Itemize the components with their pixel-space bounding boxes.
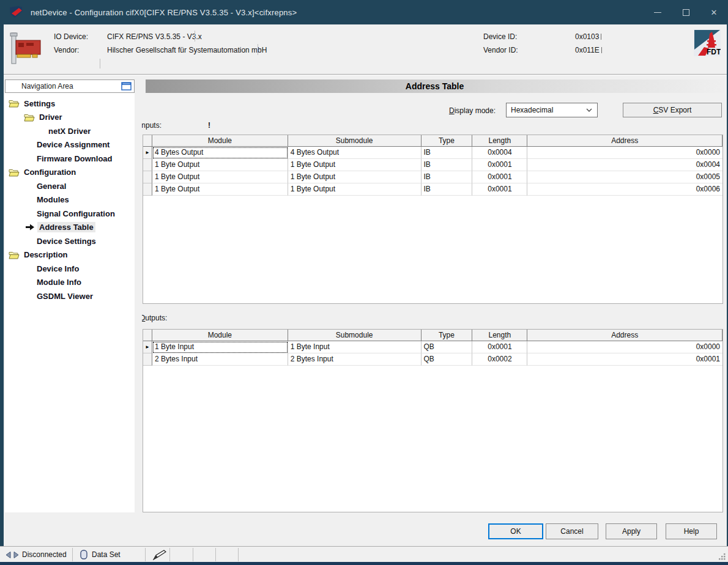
cell-type[interactable]: QB	[422, 341, 473, 353]
display-mode-select[interactable]: Hexadecimal	[506, 103, 598, 117]
nav-item-netx-driver[interactable]: netX Driver	[5, 124, 135, 138]
column-header-address[interactable]: Address	[527, 330, 722, 341]
nav-item-signal-configuration[interactable]: Signal Configuration	[5, 207, 135, 221]
current-page-arrow-icon	[25, 224, 35, 231]
cell-length[interactable]: 0x0001	[472, 171, 527, 183]
apply-button[interactable]: Apply	[606, 523, 657, 539]
nav-item-device-assignment[interactable]: Device Assignment	[5, 138, 135, 152]
nav-item-general[interactable]: General	[5, 179, 135, 193]
current-row-marker-icon: ►	[145, 341, 150, 353]
clipped-text-mark	[601, 47, 603, 53]
navigation-header-label: Navigation Area	[21, 82, 121, 90]
status-bar: Disconnected Data Set	[0, 546, 728, 562]
table-row[interactable]: 2 Bytes Input 2 Bytes Input QB 0x0002 0x…	[143, 353, 722, 366]
close-button[interactable]: ✕	[700, 0, 728, 24]
resize-grip[interactable]	[719, 553, 726, 560]
nav-item-address-table-selected[interactable]: Address Table	[5, 221, 135, 235]
cell-address[interactable]: 0x0004	[527, 159, 722, 171]
device-id-value: 0x0103	[575, 32, 602, 41]
column-header-address[interactable]: Address	[527, 135, 722, 147]
column-header-module[interactable]: Module	[152, 135, 288, 147]
column-header-submodule[interactable]: Submodule	[288, 330, 422, 341]
cell-submodule[interactable]: 2 Bytes Input	[288, 353, 422, 366]
column-header-type[interactable]: Type	[422, 135, 473, 147]
folder-icon	[24, 113, 35, 122]
cell-submodule[interactable]: 1 Byte Output	[288, 183, 422, 196]
cell-module[interactable]: 1 Byte Output	[152, 171, 288, 183]
cell-type[interactable]: IB	[422, 159, 473, 171]
nav-item-settings[interactable]: Settings	[5, 97, 135, 111]
cancel-button[interactable]: Cancel	[546, 523, 598, 539]
table-row[interactable]: 1 Byte Output 1 Byte Output IB 0x0001 0x…	[143, 171, 722, 183]
device-id-label: Device ID:	[483, 32, 517, 41]
table-row[interactable]: 1 Byte Output 1 Byte Output IB 0x0001 0x…	[143, 183, 722, 196]
field-separator	[100, 59, 100, 68]
cell-address[interactable]: 0x0001	[527, 353, 722, 366]
nav-item-configuration[interactable]: Configuration	[5, 166, 135, 180]
connection-icon	[6, 551, 18, 559]
cell-module[interactable]: 2 Bytes Input	[152, 353, 288, 366]
table-row[interactable]: ► 1 Byte Input 1 Byte Input QB 0x0001 0x…	[143, 341, 722, 353]
app-logo-icon	[9, 6, 24, 19]
navigation-header: Navigation Area	[5, 79, 135, 93]
cell-submodule[interactable]: 1 Byte Output	[288, 159, 422, 171]
nav-item-driver[interactable]: Driver	[5, 111, 135, 125]
svg-text:FDT: FDT	[707, 48, 721, 56]
cell-type[interactable]: QB	[422, 353, 473, 366]
table-row[interactable]: 1 Byte Output 1 Byte Output IB 0x0001 0x…	[143, 159, 722, 171]
page-title: Address Table	[146, 79, 724, 93]
nav-item-module-info[interactable]: Module Info	[5, 276, 135, 290]
cell-module[interactable]: 1 Byte Output	[152, 183, 288, 196]
column-header-length[interactable]: Length	[472, 135, 527, 147]
cell-length[interactable]: 0x0001	[472, 159, 527, 171]
cell-submodule[interactable]: 4 Bytes Output	[288, 147, 422, 159]
row-marker-cell	[143, 159, 152, 171]
pin-panel-icon[interactable]	[121, 82, 132, 90]
stray-exclamation-mark: !	[208, 121, 210, 130]
row-marker-cell: ►	[143, 341, 152, 353]
window-controls: ✕	[644, 0, 728, 24]
cell-length[interactable]: 0x0001	[472, 341, 527, 353]
cell-module[interactable]: 4 Bytes Output	[152, 147, 288, 159]
nav-item-modules[interactable]: Modules	[5, 193, 135, 207]
minimize-button[interactable]	[644, 0, 672, 24]
csv-export-button[interactable]: CSV Export	[623, 103, 722, 117]
nav-item-device-info[interactable]: Device Info	[5, 262, 135, 276]
row-marker-header	[143, 135, 152, 147]
cell-type[interactable]: IB	[422, 147, 473, 159]
device-header: IO Device: CIFX RE/PNS V3.5.35 - V3.x Ve…	[4, 24, 727, 75]
cell-address[interactable]: 0x0006	[527, 183, 722, 196]
maximize-button[interactable]	[672, 0, 700, 24]
cell-module[interactable]: 1 Byte Output	[152, 159, 288, 171]
nav-item-device-settings[interactable]: Device Settings	[5, 234, 135, 248]
current-row-marker-icon: ►	[145, 147, 150, 158]
cell-length[interactable]: 0x0001	[472, 183, 527, 196]
cell-submodule[interactable]: 1 Byte Input	[288, 341, 422, 353]
cell-module[interactable]: 1 Byte Input	[152, 341, 288, 353]
cell-length[interactable]: 0x0004	[472, 147, 527, 159]
cell-address[interactable]: 0x0000	[527, 147, 722, 159]
column-header-module[interactable]: Module	[152, 330, 288, 341]
display-mode-value: Hexadecimal	[511, 106, 586, 114]
cell-submodule[interactable]: 1 Byte Output	[288, 171, 422, 183]
row-marker-cell: ►	[143, 147, 152, 159]
help-button[interactable]: Help	[666, 523, 717, 539]
io-device-value: CIFX RE/PNS V3.5.35 - V3.x	[107, 32, 202, 41]
ok-button[interactable]: OK	[488, 523, 543, 539]
table-row[interactable]: ► 4 Bytes Output 4 Bytes Output IB 0x000…	[143, 147, 722, 159]
column-header-type[interactable]: Type	[422, 330, 473, 341]
column-header-submodule[interactable]: Submodule	[288, 135, 422, 147]
row-marker-cell	[143, 171, 152, 183]
cell-address[interactable]: 0x0005	[527, 171, 722, 183]
cell-address[interactable]: 0x0000	[527, 341, 722, 353]
cell-length[interactable]: 0x0002	[472, 353, 527, 366]
inputs-header-row: Module Submodule Type Length Address	[143, 135, 722, 147]
vendor-label: Vendor:	[54, 46, 79, 54]
cell-type[interactable]: IB	[422, 183, 473, 196]
nav-item-gsdml-viewer[interactable]: GSDML Viewer	[5, 289, 135, 303]
column-header-length[interactable]: Length	[472, 330, 527, 341]
nav-item-description[interactable]: Description	[5, 248, 135, 262]
app-window: netDevice - Configuration cifX0[CIFX RE/…	[0, 0, 728, 565]
cell-type[interactable]: IB	[422, 171, 473, 183]
nav-item-firmware-download[interactable]: Firmware Download	[5, 152, 135, 166]
